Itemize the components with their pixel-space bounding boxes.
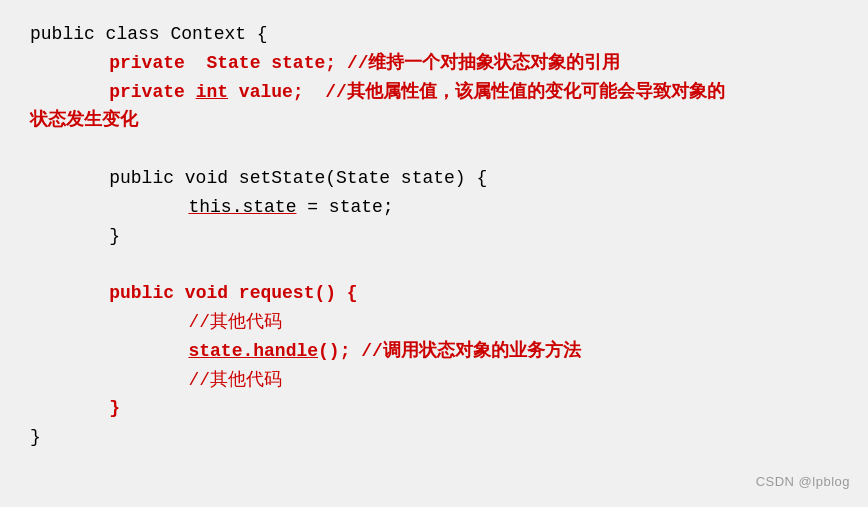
request-close-brace: } [109,398,120,418]
keyword-int: int [196,82,228,102]
line-this-state: this.state = state; [102,193,838,222]
line-empty2 [30,250,838,279]
line-empty1 [30,135,838,164]
line-comment1: //其他代码 [102,308,838,337]
type-state: State state; //维持一个对抽象状态对象的引用 [196,53,621,73]
keyword-private: private [109,53,185,73]
state-handle-parens: (); //调用状态对象的业务方法 [318,341,581,361]
this-state-text: this.state [188,197,296,217]
line-setstate-method: public void setState(State state) { [66,164,838,193]
request-declaration: public void request() { [109,283,357,303]
assignment-text: = state; [296,197,393,217]
line-state-handle: state.handle(); //调用状态对象的业务方法 [102,337,838,366]
line-comment2: //其他代码 [102,366,838,395]
line-value-field: private int value; //其他属性值，该属性值的变化可能会导致对… [66,78,838,107]
line-setstate-close: } [66,222,838,251]
code-container: public class Context { private State sta… [0,0,868,507]
line-class-close: } [30,423,838,452]
code-block: public class Context { private State sta… [30,20,838,452]
line-state-field: private State state; //维持一个对抽象状态对象的引用 [66,49,838,78]
value-field-comment: value; //其他属性值，该属性值的变化可能会导致对象的 [228,82,725,102]
line-class-declaration: public class Context { [30,20,838,49]
line-continued-comment: 状态发生变化 [30,106,838,135]
keyword-private2: private [109,82,185,102]
state-handle-text: state.handle [188,341,318,361]
watermark: CSDN @lpblog [756,474,850,489]
line-request-method: public void request() { [66,279,838,308]
line-request-close: } [66,394,838,423]
